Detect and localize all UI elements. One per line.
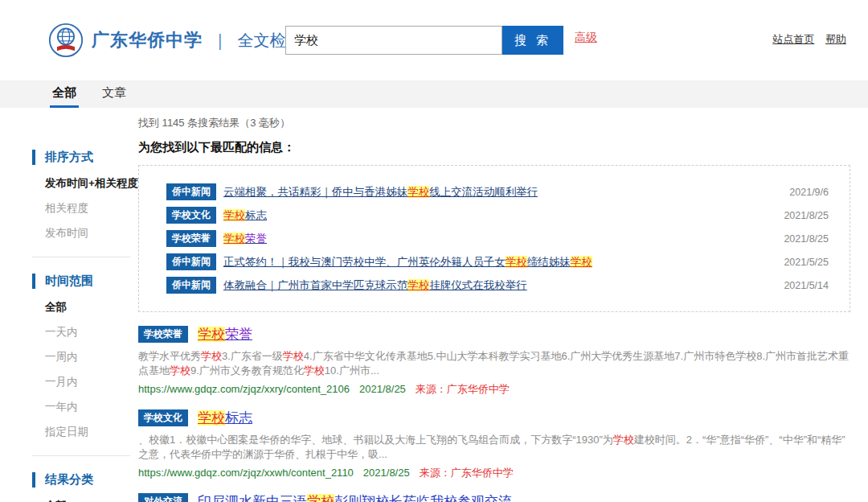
- text-part: 印尼泗水新中三语: [198, 494, 307, 502]
- match-category-badge[interactable]: 侨中新闻: [166, 277, 216, 294]
- visited-text: 荣誉: [245, 232, 267, 245]
- visited-text: 荣誉: [225, 327, 252, 342]
- match-date: 2021/5/25: [774, 257, 829, 268]
- keyword-red: 学校: [201, 350, 222, 362]
- search-input[interactable]: [285, 26, 502, 55]
- result-category-badge[interactable]: 学校文化: [138, 409, 188, 426]
- result-category-badge[interactable]: 对外交流: [138, 493, 188, 502]
- match-category-badge[interactable]: 侨中新闻: [166, 253, 216, 270]
- text-part: 云端相聚，共话精彩｜侨中与香港姊妹: [223, 186, 407, 198]
- sidebar-item[interactable]: 相关程度: [32, 201, 138, 216]
- tab-inactive-文章[interactable]: 文章: [100, 80, 129, 108]
- text-part: 、校徽1．校徽中心图案是华侨的华字、地球、书籍以及大海上飞翔的飞鸟组合而成，下方…: [138, 434, 613, 446]
- sidebar-item[interactable]: 一月内: [32, 375, 138, 389]
- content-body: 排序方式发布时间+相关程度相关程度发布时间时间范围全部一天内一周内一月内一年内指…: [0, 108, 868, 502]
- result-category-badge[interactable]: 学校荣誉: [138, 326, 188, 343]
- result-title-link[interactable]: 学校荣誉: [198, 325, 252, 344]
- keyword-highlight: 学校: [223, 232, 245, 245]
- text-part: 标志: [245, 209, 267, 221]
- match-title-link[interactable]: 学校标志: [223, 208, 267, 223]
- title-separator: ｜: [212, 30, 228, 51]
- best-match-heading: 为您找到以下最匹配的信息：: [138, 140, 850, 155]
- match-category-badge[interactable]: 侨中新闻: [166, 183, 216, 200]
- help-link[interactable]: 帮助: [825, 33, 846, 45]
- header: 广东华侨中学 ｜ 全文检索 搜 索 高级 站点首页 帮助: [0, 0, 868, 80]
- sidebar-section-title: 排序方式: [32, 150, 138, 165]
- keyword-highlight: 学校: [571, 256, 592, 268]
- results-main: 找到 1145 条搜索结果（3 毫秒） 为您找到以下最匹配的信息： 侨中新闻云端…: [138, 108, 868, 502]
- tab-active-全部[interactable]: 全部: [50, 80, 79, 108]
- sidebar-item[interactable]: 一天内: [32, 325, 138, 339]
- match-category-badge[interactable]: 学校文化: [166, 207, 216, 224]
- result-title-link[interactable]: 印尼泗水新中三语学校彭则翔校长莅临我校参观交流: [198, 492, 512, 502]
- match-row: 侨中新闻云端相聚，共话精彩｜侨中与香港姊妹学校线上交流活动顺利举行2021/9/…: [166, 183, 829, 200]
- result-date: 2021/8/25: [359, 383, 406, 395]
- match-date: 2021/8/25: [774, 210, 829, 221]
- result-source: 来源：广东华侨中学: [416, 383, 510, 395]
- keyword-highlight: 学校: [223, 209, 245, 221]
- school-logo-icon: [48, 23, 84, 58]
- text-part: 教学水平优秀: [138, 350, 201, 362]
- match-row: 学校荣誉学校荣誉2021/8/25: [166, 230, 829, 247]
- top-links: 站点首页 帮助: [764, 32, 846, 47]
- sidebar-divider: [32, 257, 130, 257]
- text-part: 3.广东省一级: [222, 350, 283, 362]
- match-date: 2021/8/25: [774, 233, 829, 245]
- text-part: 标志: [225, 410, 252, 426]
- keyword-highlight: 学校: [407, 186, 429, 198]
- result-title-link[interactable]: 学校标志: [198, 409, 252, 427]
- search-button[interactable]: 搜 索: [502, 26, 563, 55]
- result-item: 学校荣誉学校荣誉教学水平优秀学校3.广东省一级学校4.广东省中华文化传承基地5.…: [138, 325, 850, 397]
- result-head: 对外交流印尼泗水新中三语学校彭则翔校长莅临我校参观交流: [138, 492, 850, 502]
- sidebar-section-title: 时间范围: [32, 274, 138, 289]
- match-date: 2021/9/6: [780, 187, 829, 198]
- match-title-link[interactable]: 体教融合｜广州市首家中学匹克球示范学校挂牌仪式在我校举行: [223, 278, 527, 293]
- match-title-link[interactable]: 学校荣誉: [223, 232, 267, 246]
- result-meta: https://www.gdqz.com/zjqz/xxwh/content_2…: [138, 466, 850, 480]
- site-title: 广东华侨中学: [92, 28, 203, 52]
- sidebar-item[interactable]: 一年内: [32, 400, 138, 414]
- match-title-link[interactable]: 云端相聚，共话精彩｜侨中与香港姊妹学校线上交流活动顺利举行: [223, 185, 538, 200]
- result-list: 学校荣誉学校荣誉教学水平优秀学校3.广东省一级学校4.广东省中华文化传承基地5.…: [138, 325, 850, 502]
- result-item: 对外交流印尼泗水新中三语学校彭则翔校长莅临我校参观交流外姊妹学校印尼泗水新中三语…: [138, 492, 850, 502]
- sidebar-section-title: 结果分类: [32, 472, 138, 488]
- result-type-tabs: 全部文章: [0, 80, 868, 108]
- result-meta: https://www.gdqz.com/zjqz/xxry/content_2…: [138, 382, 850, 397]
- sidebar-item[interactable]: 发布时间: [32, 226, 138, 241]
- results-summary: 找到 1145 条搜索结果（3 毫秒）: [138, 116, 850, 130]
- top-matches-box: 侨中新闻云端相聚，共话精彩｜侨中与香港姊妹学校线上交流活动顺利举行2021/9/…: [138, 165, 850, 312]
- result-snippet: 、校徽1．校徽中心图案是华侨的华字、地球、书籍以及大海上飞翔的飞鸟组合而成，下方…: [138, 433, 850, 463]
- sidebar-item[interactable]: 发布时间+相关程度: [32, 176, 138, 191]
- keyword-red: 学校: [170, 364, 190, 376]
- result-head: 学校荣誉学校荣誉: [138, 325, 850, 344]
- keyword-red: 学校: [304, 364, 325, 376]
- text-part: 彭则翔校长莅临我校参观交流: [334, 494, 512, 502]
- sidebar-item[interactable]: 指定日期: [32, 425, 138, 439]
- keyword-highlight: 学校: [307, 494, 334, 502]
- result-item: 学校文化学校标志、校徽1．校徽中心图案是华侨的华字、地球、书籍以及大海上飞翔的飞…: [138, 409, 850, 480]
- keyword-red: 学校: [613, 434, 634, 446]
- sidebar-item[interactable]: 一周内: [32, 350, 138, 364]
- match-row: 学校文化学校标志2021/8/25: [166, 207, 829, 224]
- text-part: 挂牌仪式在我校举行: [429, 279, 527, 291]
- site-home-link[interactable]: 站点首页: [772, 33, 814, 45]
- filter-sidebar: 排序方式发布时间+相关程度相关程度发布时间时间范围全部一天内一周内一月内一年内指…: [0, 108, 138, 502]
- match-category-badge[interactable]: 学校荣誉: [166, 230, 216, 247]
- match-row: 侨中新闻正式签约！｜我校与澳门劳校中学、广州英伦外籍人员子女学校缔结姊妹学校20…: [166, 253, 829, 270]
- keyword-highlight: 学校: [407, 279, 429, 291]
- advanced-search-link[interactable]: 高级: [575, 31, 597, 45]
- text-part: 9.广州市义务教育规范化: [190, 364, 304, 376]
- result-url-link[interactable]: https://www.gdqz.com/zjqz/xxry/content_2…: [138, 383, 350, 395]
- sidebar-item[interactable]: 全部: [32, 300, 138, 315]
- page: 广东华侨中学 ｜ 全文检索 搜 索 高级 站点首页 帮助 全部文章 排序方式发布…: [0, 0, 868, 502]
- brand: 广东华侨中学 ｜ 全文检索: [48, 23, 302, 58]
- result-url-link[interactable]: https://www.gdqz.com/zjqz/xxwh/content_2…: [138, 467, 354, 479]
- match-title-link[interactable]: 正式签约！｜我校与澳门劳校中学、广州英伦外籍人员子女学校缔结姊妹学校: [223, 255, 592, 270]
- text-part: 缔结姊妹: [527, 256, 571, 268]
- sidebar-item[interactable]: 全部 (1145): [32, 499, 138, 502]
- match-row: 侨中新闻体教融合｜广州市首家中学匹克球示范学校挂牌仪式在我校举行2021/5/1…: [166, 277, 829, 294]
- keyword-highlight: 学校: [198, 410, 225, 426]
- keyword-red: 学校: [283, 350, 304, 362]
- text-part: 正式签约！｜我校与澳门劳校中学、广州英伦外籍人员子女: [223, 256, 506, 268]
- result-head: 学校文化学校标志: [138, 409, 850, 427]
